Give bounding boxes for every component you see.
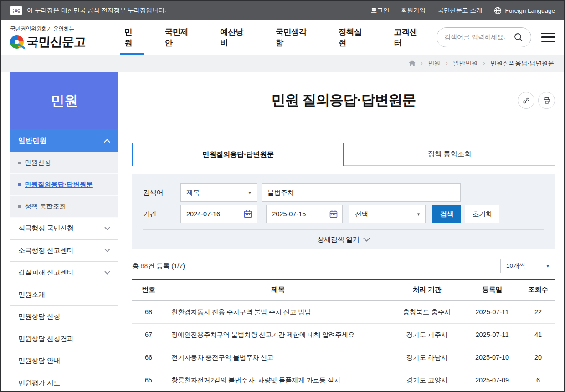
detail-search-toggle[interactable]: 상세검색 열기: [143, 230, 544, 249]
page-title: 민원 질의응답·답변원문: [272, 91, 416, 110]
chevron-up-icon: [104, 139, 110, 143]
language-selector[interactable]: Foreign Language: [494, 7, 555, 15]
sidebar-item-minwon-intro[interactable]: 민원소개: [10, 284, 118, 306]
table-row: 68 친환경자동차 전용 주차구역 불법 주차 신고 방법 충청북도 충주시 2…: [132, 300, 555, 323]
search-button[interactable]: 검색: [432, 205, 461, 223]
breadcrumb-minwon[interactable]: 민원: [428, 59, 441, 67]
row-title-link[interactable]: 장애인전용주차구역 불법차량 신고기간 제한에 대해 알려주세요: [165, 323, 391, 346]
header-search-input[interactable]: 검색어를 입력하세요.: [437, 27, 531, 47]
row-date: 2025-07-11: [463, 300, 521, 323]
nav-policy[interactable]: 정책실현: [326, 20, 381, 55]
nav-minwon[interactable]: 민원: [112, 20, 152, 55]
total-count-text: 총 68건 등록 (1/7): [132, 262, 185, 270]
column-org: 처리 기관: [391, 279, 463, 300]
main-panel: 민원 질의응답·답변원문: [132, 72, 555, 391]
org-select[interactable]: 선택 ▾: [349, 205, 426, 223]
keyword-label: 검색어: [143, 188, 180, 197]
nav-proposal[interactable]: 국민제안: [152, 20, 208, 55]
logo-caption: 국민권익위원회가 운영하는: [10, 25, 103, 33]
nav-public-opinion[interactable]: 국민생각함: [263, 20, 326, 55]
signup-link[interactable]: 회원가입: [401, 6, 426, 15]
about-link[interactable]: 국민신문고 소개: [437, 6, 482, 15]
search-field-select[interactable]: 제목 ▾: [180, 183, 257, 202]
results-table: 번호 제목 처리 기관 등록일 조회수 68 친환경자동차 전용 주차구역 불법…: [132, 279, 555, 391]
column-no: 번호: [132, 279, 165, 300]
site-logo[interactable]: 국민권익위원회가 운영하는 국민신문고: [10, 25, 103, 50]
sidebar-item-proactive-admin[interactable]: 적극행정 국민신청: [10, 218, 118, 240]
chevron-down-icon: [104, 271, 110, 275]
printer-icon: [543, 97, 551, 105]
column-title: 제목: [165, 279, 391, 300]
row-views: 22: [521, 300, 555, 323]
row-date: 2025-07-09: [463, 369, 521, 391]
calendar-from-button[interactable]: [241, 207, 255, 221]
total-count-number: 68: [141, 262, 148, 270]
row-org: 경기도 하남시: [391, 346, 463, 369]
row-org: 경기도 고양시: [391, 369, 463, 391]
date-range-tilde: ~: [259, 210, 262, 218]
nav-customer-center[interactable]: 고객센터: [381, 20, 437, 55]
sidebar-section-general-minwon[interactable]: 일반민원: [10, 129, 118, 152]
korea-flag-icon: [10, 6, 22, 15]
per-page-select[interactable]: 10개씩 ▾: [500, 259, 555, 273]
row-date: 2025-07-11: [463, 323, 521, 346]
sidebar-item-policy-search[interactable]: 정책 통합조회: [10, 196, 118, 218]
search-placeholder: 검색어를 입력하세요.: [444, 33, 514, 41]
login-link[interactable]: 로그인: [371, 6, 390, 15]
print-button[interactable]: [538, 92, 555, 109]
language-label: Foreign Language: [505, 7, 555, 14]
row-title-link[interactable]: 전기자동차 충전구역 불법주차 신고: [165, 346, 391, 369]
sidebar-item-minwon-eval-map[interactable]: 민원평가 지도: [10, 372, 118, 392]
main-navigation: 민원 국민제안 예산낭비 국민생각함 정책실현 고객센터: [112, 20, 437, 55]
globe-icon: [494, 7, 502, 15]
row-views: 20: [521, 346, 555, 369]
sidebar-item-counsel-result[interactable]: 민원상담 신청결과: [10, 328, 118, 351]
breadcrumb-current[interactable]: 민원질의응답·답변원문: [491, 59, 555, 67]
row-title-link[interactable]: 창릉천자전거2길의 불법주차. 차량및 들풀제게 가로등 설치: [165, 369, 391, 391]
sidebar-item-qna-answers[interactable]: 민원질의응답·답변원문: [10, 174, 118, 196]
row-date: 2025-07-10: [463, 346, 521, 369]
calendar-to-button[interactable]: [327, 207, 340, 221]
reset-button[interactable]: 초기화: [465, 205, 499, 223]
copy-link-button[interactable]: [518, 92, 534, 109]
calendar-icon: [329, 209, 338, 219]
sidebar: 민원 일반민원 민원신청 민원질의응답·답변원문 정책 통합조회 적극행정 국민…: [10, 72, 118, 391]
select-arrow-icon: ▾: [248, 190, 251, 196]
tab-policy-search[interactable]: 정책 통합조회: [344, 143, 555, 166]
link-icon: [522, 97, 530, 105]
site-header: 국민권익위원회가 운영하는 국민신문고 민원 국민제안 예산낭비 국민생각함 정…: [1, 20, 564, 55]
row-title-link[interactable]: 친환경자동차 전용 주차구역 불법 주차 신고 방법: [165, 300, 391, 323]
select-arrow-icon: ▾: [417, 211, 420, 217]
sidebar-item-counsel-apply[interactable]: 민원상담 신청: [10, 306, 118, 328]
sidebar-item-counsel-guide[interactable]: 민원상담 안내: [10, 350, 118, 372]
table-header-row: 번호 제목 처리 기관 등록일 조회수: [132, 279, 555, 300]
row-org: 충청북도 충주시: [391, 300, 463, 323]
tab-qna-answers[interactable]: 민원질의응답·답변원문: [132, 143, 344, 166]
chevron-down-icon: [104, 249, 110, 252]
calendar-icon: [243, 209, 252, 219]
select-arrow-icon: ▾: [546, 263, 549, 269]
table-row: 66 전기자동차 충전구역 불법주차 신고 경기도 하남시 2025-07-10…: [132, 346, 555, 369]
content-tabs: 민원질의응답·답변원문 정책 통합조회: [132, 143, 555, 166]
breadcrumb-general-minwon[interactable]: 일반민원: [453, 59, 478, 67]
period-label: 기간: [143, 210, 180, 219]
row-views: 6: [521, 369, 555, 391]
row-no: 68: [132, 300, 165, 323]
home-icon[interactable]: [409, 60, 416, 66]
row-org: 경기도 파주시: [391, 323, 463, 346]
row-no: 66: [132, 346, 165, 369]
drum-logo-icon: [10, 35, 24, 49]
search-icon[interactable]: [514, 32, 524, 42]
sidebar-item-gapjil-report[interactable]: 갑질피해 신고센터: [10, 262, 118, 284]
chevron-down-icon: [104, 227, 110, 230]
column-views: 조회수: [521, 279, 555, 300]
search-panel: 검색어 제목 ▾ 기간: [132, 174, 555, 249]
banner-notice: 이 누리집은 대한민국 공식 전자정부 누리집입니다.: [27, 6, 166, 15]
menu-icon[interactable]: [541, 33, 555, 42]
sidebar-item-passive-admin[interactable]: 소극행정 신고센터: [10, 240, 118, 262]
keyword-input[interactable]: [262, 183, 461, 202]
sidebar-item-minwon-apply[interactable]: 민원신청: [10, 152, 118, 174]
row-no: 67: [132, 323, 165, 346]
chevron-down-icon: [363, 238, 370, 242]
nav-budget-waste[interactable]: 예산낭비: [207, 20, 263, 55]
